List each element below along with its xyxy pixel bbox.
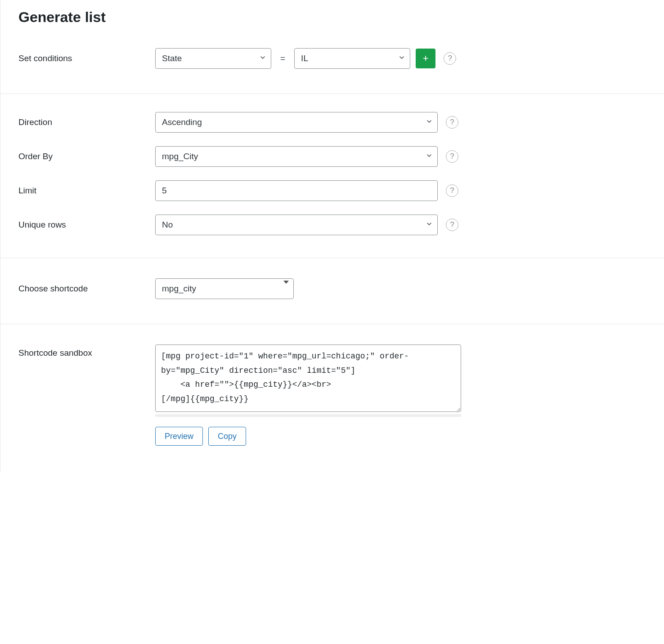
order-by-select[interactable]: mpg_City [155,146,438,167]
limit-input[interactable]: 5 [155,180,438,201]
row-direction: Direction Ascending ? [18,112,646,133]
page-title: Generate list [18,9,646,26]
unique-rows-value: No [162,220,173,230]
row-unique-rows: Unique rows No ? [18,215,646,235]
triangle-down-icon [283,284,289,294]
condition-value-select[interactable]: IL [294,48,410,69]
section-conditions: Generate list Set conditions State = IL [0,0,664,94]
chevron-down-icon [426,220,433,230]
label-order-by: Order By [18,152,155,161]
help-icon[interactable]: ? [444,52,456,65]
help-icon[interactable]: ? [446,219,458,231]
label-shortcode-sandbox: Shortcode sandbox [18,344,155,446]
row-order-by: Order By mpg_City ? [18,146,646,167]
unique-rows-select[interactable]: No [155,215,438,235]
shortcode-sandbox-textarea[interactable] [155,344,461,412]
section-shortcode-sandbox: Shortcode sandbox Preview Copy [0,324,664,473]
row-choose-shortcode: Choose shortcode mpg_city [18,278,646,299]
equals-sign: = [277,54,289,63]
condition-field-value: State [162,54,182,63]
chevron-down-icon [398,54,405,63]
label-unique-rows: Unique rows [18,220,155,230]
choose-shortcode-value: mpg_city [162,284,196,294]
help-icon[interactable]: ? [446,116,458,129]
label-set-conditions: Set conditions [18,54,155,63]
textarea-resize-grip [155,414,461,417]
chevron-down-icon [426,117,433,127]
row-set-conditions: Set conditions State = IL + ? [18,48,646,69]
condition-field-select[interactable]: State [155,48,271,69]
condition-value-value: IL [301,54,308,63]
direction-select[interactable]: Ascending [155,112,438,133]
order-by-value: mpg_City [162,152,198,161]
add-condition-button[interactable]: + [416,49,435,68]
direction-value: Ascending [162,117,202,127]
label-direction: Direction [18,117,155,127]
row-limit: Limit 5 ? [18,180,646,201]
limit-value: 5 [162,186,167,196]
section-choose-shortcode: Choose shortcode mpg_city [0,258,664,324]
choose-shortcode-select[interactable]: mpg_city [155,278,294,299]
chevron-down-icon [426,152,433,161]
section-list-options: Direction Ascending ? Order By mpg_City [0,94,664,258]
chevron-down-icon [259,54,266,63]
help-icon[interactable]: ? [446,184,458,197]
preview-button[interactable]: Preview [155,427,203,446]
help-icon[interactable]: ? [446,150,458,163]
copy-button[interactable]: Copy [208,427,246,446]
label-limit: Limit [18,186,155,196]
label-choose-shortcode: Choose shortcode [18,284,155,294]
